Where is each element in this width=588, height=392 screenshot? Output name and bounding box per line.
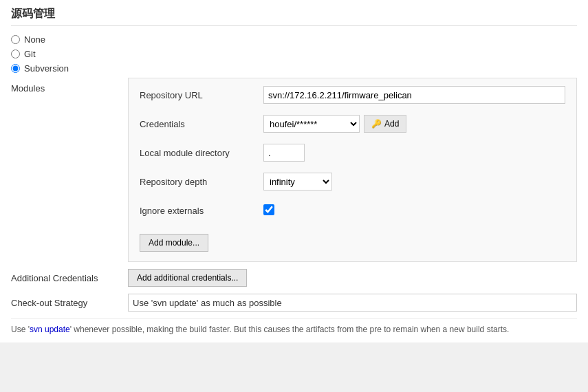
credentials-row: Credentials houfei/****** 🔑 Add: [140, 114, 565, 133]
repository-depth-select[interactable]: infinity files immediates empty: [263, 173, 332, 190]
repository-depth-control: infinity files immediates empty: [263, 173, 565, 190]
checkout-strategy-row: Check-out Strategy: [11, 294, 577, 312]
none-label[interactable]: None: [24, 34, 45, 45]
git-radio[interactable]: [11, 50, 20, 58]
checkout-note: Use 'svn update' whenever possible, maki…: [11, 318, 577, 336]
add-button-label: Add: [384, 119, 399, 129]
ignore-externals-label: Ignore externals: [140, 206, 263, 216]
git-label[interactable]: Git: [24, 49, 36, 59]
modules-content: Repository URL Credentials houfei/******…: [128, 78, 577, 262]
radio-subversion: Subversion: [11, 63, 577, 74]
repository-url-label: Repository URL: [140, 90, 263, 100]
credentials-select[interactable]: houfei/******: [263, 115, 360, 133]
add-module-button[interactable]: Add module...: [140, 234, 208, 252]
add-additional-credentials-button[interactable]: Add additional credentials...: [128, 269, 247, 287]
local-module-dir-label: Local module directory: [140, 148, 263, 158]
local-module-dir-control: [263, 144, 565, 162]
radio-git: Git: [11, 49, 577, 59]
ignore-externals-row: Ignore externals: [140, 201, 565, 220]
repository-url-row: Repository URL: [140, 85, 565, 105]
checkout-strategy-label: Check-out Strategy: [11, 298, 128, 308]
repository-url-control: [263, 86, 565, 104]
subversion-section: Modules Repository URL Credentials houfe…: [11, 78, 577, 262]
repository-depth-label: Repository depth: [140, 177, 263, 187]
page-container: 源码管理 None Git Subversion Modules Reposit…: [0, 0, 588, 342]
local-module-dir-row: Local module directory: [140, 143, 565, 162]
additional-credentials-row: Additional Credentials Add additional cr…: [11, 269, 577, 287]
bottom-section: Additional Credentials Add additional cr…: [11, 269, 577, 336]
modules-section-label: Modules: [11, 78, 128, 262]
credentials-label: Credentials: [140, 119, 263, 129]
additional-credentials-label: Additional Credentials: [11, 273, 128, 283]
key-icon: 🔑: [371, 119, 382, 129]
add-credentials-inline-button[interactable]: 🔑 Add: [364, 115, 406, 133]
credentials-control: houfei/****** 🔑 Add: [263, 115, 565, 133]
subversion-label[interactable]: Subversion: [24, 63, 69, 74]
repository-url-input[interactable]: [263, 86, 565, 104]
ignore-externals-checkbox[interactable]: [263, 204, 274, 215]
radio-none: None: [11, 34, 577, 45]
none-radio[interactable]: [11, 35, 20, 44]
local-module-dir-input[interactable]: [263, 144, 305, 162]
ignore-externals-control: [263, 204, 565, 217]
subversion-radio[interactable]: [11, 64, 20, 73]
svn-update-highlight: svn update: [30, 325, 70, 334]
page-title: 源码管理: [11, 7, 577, 26]
checkout-strategy-input[interactable]: [128, 294, 577, 312]
repository-depth-row: Repository depth infinity files immediat…: [140, 172, 565, 191]
